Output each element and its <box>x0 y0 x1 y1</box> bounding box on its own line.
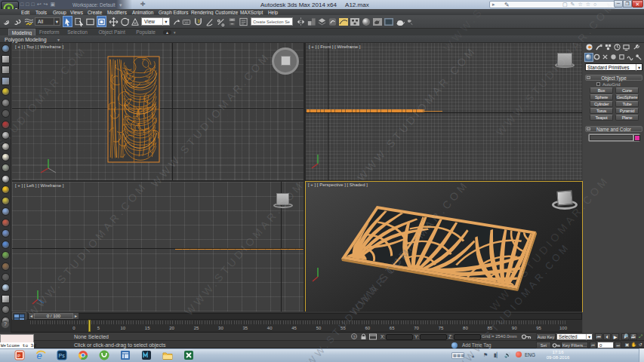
svg-text:P: P <box>17 354 20 358</box>
svg-text:Ps: Ps <box>59 353 66 358</box>
svg-text:3: 3 <box>198 19 200 23</box>
